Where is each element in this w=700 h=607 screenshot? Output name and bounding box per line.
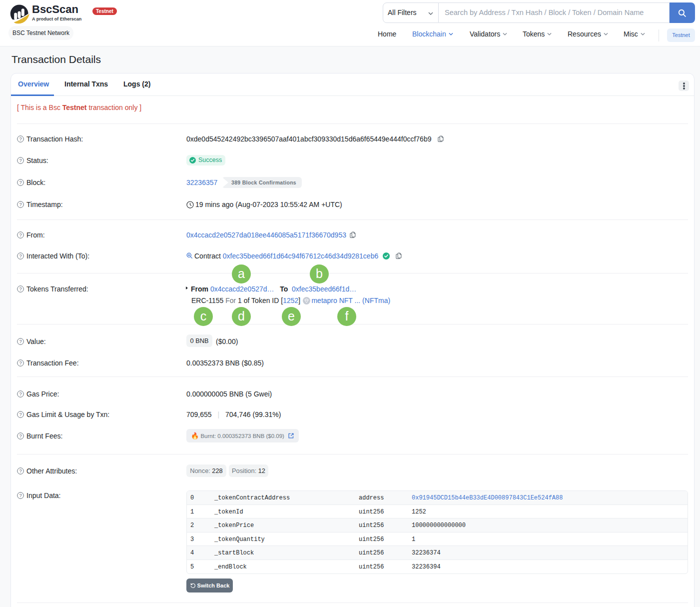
svg-text:?: ? <box>19 412 21 417</box>
svg-text:?: ? <box>19 338 21 344</box>
svg-text:?: ? <box>19 433 21 438</box>
svg-text:?: ? <box>19 232 21 238</box>
svg-text:?: ? <box>19 391 21 396</box>
svg-text:?: ? <box>19 158 21 163</box>
svg-text:?: ? <box>19 360 21 366</box>
svg-text:?: ? <box>19 202 21 207</box>
svg-text:?: ? <box>19 468 21 474</box>
svg-text:?: ? <box>19 492 21 498</box>
svg-text:?: ? <box>19 136 21 142</box>
svg-text:?: ? <box>19 253 21 258</box>
svg-text:?: ? <box>19 180 21 185</box>
svg-text:?: ? <box>19 286 21 292</box>
